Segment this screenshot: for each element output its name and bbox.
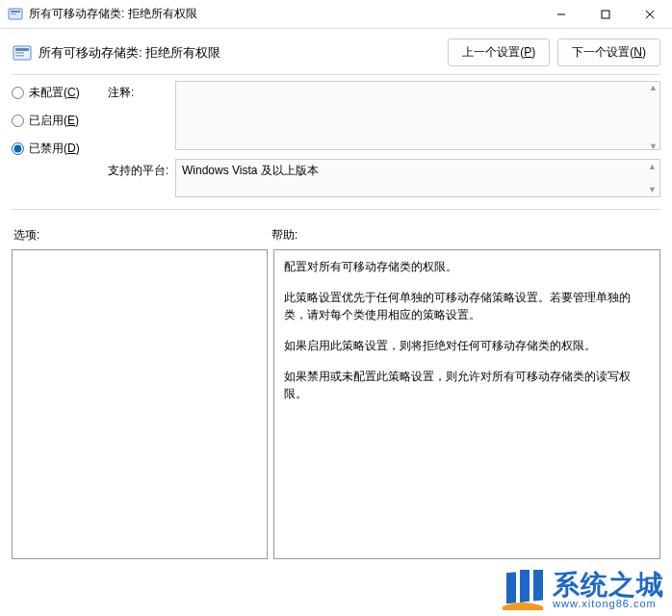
- help-label: 帮助:: [271, 227, 297, 244]
- scroll-down-icon: ▼: [649, 141, 658, 151]
- app-icon: [8, 7, 23, 22]
- svg-rect-1: [11, 11, 20, 13]
- radio-disabled-label: 已禁用(D): [29, 141, 80, 157]
- watermark-text-url: www.xitong86.com: [553, 599, 664, 609]
- svg-rect-10: [15, 55, 24, 57]
- comment-textarea[interactable]: [175, 81, 660, 150]
- help-paragraph: 如果启用此策略设置，则将拒绝对任何可移动存储类的权限。: [284, 337, 650, 354]
- svg-rect-2: [11, 13, 16, 14]
- window-controls: [539, 0, 672, 29]
- svg-rect-13: [533, 570, 543, 601]
- divider: [12, 209, 660, 210]
- scroll-up-icon: ▲: [648, 162, 657, 171]
- next-setting-button[interactable]: 下一个设置(N): [557, 38, 660, 66]
- svg-rect-9: [15, 52, 24, 54]
- comment-label: 注释:: [108, 81, 175, 153]
- watermark-text-cn: 系统之城: [553, 572, 664, 599]
- svg-rect-12: [520, 570, 530, 603]
- scroll-up-icon: ▲: [649, 83, 658, 92]
- radio-enabled-label: 已启用(E): [29, 113, 79, 129]
- platform-label: 支持的平台:: [108, 159, 175, 197]
- radio-not-configured-label: 未配置(C): [29, 85, 80, 101]
- svg-rect-4: [602, 11, 609, 18]
- svg-rect-8: [15, 48, 29, 51]
- watermark-logo-icon: [501, 570, 545, 610]
- options-pane: [12, 249, 268, 559]
- radio-disabled[interactable]: 已禁用(D): [12, 141, 108, 157]
- previous-setting-button[interactable]: 上一个设置(P): [448, 38, 550, 66]
- window-titlebar: 所有可移动存储类: 拒绝所有权限: [0, 0, 672, 29]
- help-paragraph: 配置对所有可移动存储类的权限。: [284, 258, 650, 275]
- watermark: 系统之城 www.xitong86.com: [501, 570, 664, 610]
- scroll-down-icon: ▼: [648, 185, 657, 194]
- policy-title: 所有可移动存储类: 拒绝所有权限: [39, 44, 448, 62]
- options-label: 选项:: [13, 227, 271, 244]
- supported-platform-box: Windows Vista 及以上版本 ▲ ▼: [175, 159, 660, 197]
- radio-not-configured[interactable]: 未配置(C): [12, 85, 108, 101]
- divider: [12, 74, 660, 75]
- radio-enabled-input[interactable]: [12, 115, 24, 127]
- close-button[interactable]: [628, 0, 672, 29]
- minimize-button[interactable]: [539, 0, 583, 29]
- help-paragraph: 此策略设置优先于任何单独的可移动存储策略设置。若要管理单独的类，请对每个类使用相…: [284, 289, 650, 323]
- radio-disabled-input[interactable]: [12, 142, 24, 155]
- supported-platform-text: Windows Vista 及以上版本: [182, 164, 319, 177]
- help-pane: 配置对所有可移动存储类的权限。 此策略设置优先于任何单独的可移动存储策略设置。若…: [273, 249, 660, 559]
- radio-enabled[interactable]: 已启用(E): [12, 113, 108, 129]
- svg-rect-11: [506, 572, 516, 603]
- help-paragraph: 如果禁用或未配置此策略设置，则允许对所有可移动存储类的读写权限。: [284, 368, 650, 402]
- radio-not-configured-input[interactable]: [12, 87, 24, 99]
- window-title: 所有可移动存储类: 拒绝所有权限: [29, 6, 539, 22]
- policy-icon: [12, 42, 33, 64]
- maximize-button[interactable]: [583, 0, 628, 29]
